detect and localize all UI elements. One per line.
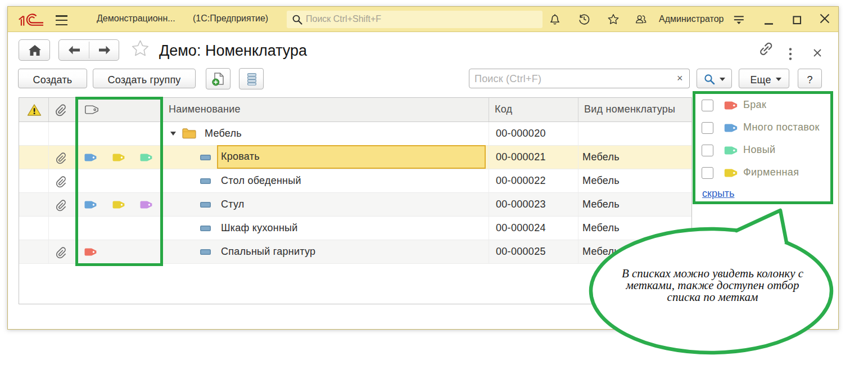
- tag-filter-checkbox[interactable]: [702, 100, 713, 111]
- tag-filter-row-yellow: Фирменная: [692, 166, 838, 188]
- column-header-code[interactable]: Код: [489, 98, 578, 122]
- cell-warning: [19, 217, 49, 240]
- global-search-placeholder: Поиск Ctrl+Shift+F: [306, 14, 381, 24]
- cell-code: 00-000022: [489, 169, 578, 192]
- cell-kind: Мебель: [578, 146, 691, 169]
- cell-tags: [78, 217, 163, 240]
- cell-warning: [19, 193, 49, 216]
- list-search-input[interactable]: Поиск (Ctrl+F): [469, 69, 671, 88]
- cell-attachment: [49, 169, 78, 192]
- code-text: 00-000022: [496, 175, 546, 187]
- app-title: Демонстрационн...: [97, 14, 175, 24]
- table-row-00-000020[interactable]: Мебель 00-000020: [19, 122, 691, 146]
- column-header-attachments[interactable]: [49, 98, 78, 122]
- paperclip-icon: [54, 175, 67, 188]
- hamburger-menu-icon[interactable]: [56, 15, 67, 26]
- tag-filter-label: Новый: [743, 144, 776, 156]
- cell-tags: [78, 146, 163, 169]
- search-options-button[interactable]: [697, 69, 732, 88]
- cell-warning: [19, 169, 49, 192]
- global-search-input[interactable]: Поиск Ctrl+Shift+F: [287, 11, 542, 28]
- close-page-icon[interactable]: [810, 46, 825, 60]
- favorite-page-star-icon[interactable]: [130, 38, 151, 59]
- cell-tags: [78, 193, 163, 216]
- screenshot-root: Демонстрационн... (1С:Предприятие) Поиск…: [0, 0, 868, 369]
- list-settings-button[interactable]: [239, 68, 264, 89]
- tag-icon-blue: [84, 154, 97, 161]
- table-row-00-000021[interactable]: Кровать 00-000021 Мебель: [19, 146, 691, 169]
- new-document-icon: [211, 72, 226, 87]
- expand-triangle-icon[interactable]: [170, 132, 176, 136]
- cell-tags: [78, 240, 163, 263]
- app-subtitle: (1С:Предприятие): [193, 14, 268, 24]
- cell-attachment: [49, 122, 78, 145]
- forward-button[interactable]: [89, 40, 119, 60]
- create-from-template-button[interactable]: [206, 68, 230, 89]
- warning-icon: [27, 104, 42, 116]
- more-button[interactable]: Еще: [739, 69, 789, 88]
- code-text: 00-000024: [496, 222, 546, 234]
- minimize-icon: [760, 7, 777, 32]
- clear-search-x: ×: [677, 73, 683, 84]
- item-icon: [200, 178, 211, 184]
- kind-text: Мебель: [582, 175, 620, 187]
- tag-filter-checkbox[interactable]: [702, 122, 713, 134]
- column-header-code-label: Код: [495, 104, 512, 115]
- search-options-dropdown-icon: [720, 78, 725, 81]
- code-text: 00-000021: [496, 151, 546, 163]
- search-options-magnifier-icon: [703, 73, 716, 86]
- tag-filter-checkbox[interactable]: [702, 145, 713, 156]
- users-icon[interactable]: [635, 13, 647, 25]
- favorites-star-icon[interactable]: [607, 13, 620, 25]
- maximize-button[interactable]: [789, 7, 806, 32]
- back-button[interactable]: [59, 40, 89, 60]
- home-button[interactable]: [19, 39, 50, 61]
- tag-filter-checkbox[interactable]: [702, 167, 713, 179]
- hide-filter-link[interactable]: скрыть: [702, 188, 734, 200]
- current-user[interactable]: Администратор: [659, 14, 724, 24]
- folder-icon: [182, 127, 197, 140]
- column-header-name-label: Наименование: [169, 104, 241, 115]
- service-menu-icon[interactable]: [734, 14, 746, 26]
- get-link-icon[interactable]: [758, 40, 775, 57]
- cell-attachment: [49, 193, 78, 216]
- cell-code: 00-000023: [489, 193, 578, 216]
- table-row-00-000022[interactable]: Стол обеденный 00-000022 Мебель: [19, 169, 691, 193]
- tag-filter-row-blue: Много поставок: [692, 121, 838, 143]
- cell-name: Кровать: [163, 146, 489, 169]
- close-icon: [816, 7, 833, 32]
- item-icon: [200, 202, 211, 208]
- minimize-button[interactable]: [760, 7, 777, 32]
- selected-cell[interactable]: Кровать: [217, 145, 486, 169]
- item-icon: [200, 155, 211, 160]
- help-button[interactable]: ?: [798, 69, 822, 88]
- cell-code: 00-000025: [489, 240, 578, 263]
- cell-kind: Мебель: [578, 169, 691, 192]
- item-name: Спальный гарнитур: [221, 246, 315, 258]
- create-group-button[interactable]: Создать группу: [93, 69, 196, 88]
- more-actions-kebab-icon[interactable]: [788, 47, 793, 64]
- column-header-warning[interactable]: [19, 98, 49, 122]
- paperclip-icon: [53, 103, 67, 116]
- tag-icon-red: [84, 248, 97, 256]
- create-button-label: Создать: [19, 74, 87, 86]
- column-header-name[interactable]: Наименование: [163, 98, 489, 122]
- tag-filter-label: Много поставок: [743, 122, 820, 133]
- tag-icon-red: [724, 101, 738, 110]
- column-header-tags[interactable]: [78, 98, 163, 122]
- 1c-logo: [19, 14, 44, 27]
- history-icon[interactable]: [578, 13, 590, 25]
- home-icon: [28, 44, 42, 56]
- cell-warning: [19, 240, 49, 263]
- notifications-bell-icon[interactable]: [549, 13, 561, 25]
- item-name: Стол обеденный: [221, 175, 301, 187]
- create-group-button-label: Создать группу: [93, 74, 195, 86]
- kind-text: Мебель: [582, 151, 620, 163]
- paperclip-icon: [54, 246, 67, 259]
- create-button[interactable]: Создать: [18, 69, 87, 88]
- cell-name: Стул: [163, 193, 489, 216]
- close-window-button[interactable]: [816, 7, 833, 32]
- column-header-kind[interactable]: Вид номенклатуры: [578, 98, 691, 122]
- clear-search-button[interactable]: ×: [671, 69, 690, 88]
- paperclip-icon: [54, 199, 67, 212]
